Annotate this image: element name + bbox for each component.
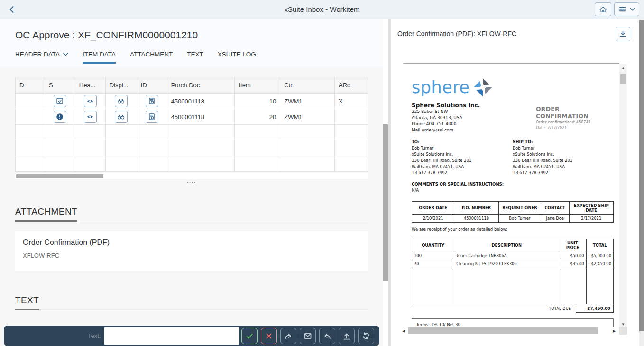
cell-header [75,109,105,125]
forward-arrow-icon [284,332,293,340]
eye-icon [86,97,94,105]
chevron-down-icon [63,53,68,56]
column-header-purchdoc[interactable]: Purch.Doc. [167,77,235,94]
tab-label: HEADER DATA [15,51,60,58]
table-header-row: D S Hea... Displ... ID Purch.Doc. Item C… [16,77,368,94]
workitem-panel: OC Approve : XF_CONFIRM0000001210 HEADER… [0,19,389,346]
cell-d [16,109,45,125]
column-header-arq[interactable]: ARq [335,77,368,94]
tab-xsuite-log[interactable]: XSUITE LOG [218,51,256,64]
cell-arq [335,109,368,125]
download-button[interactable] [616,27,630,41]
text-input[interactable] [104,327,239,345]
header-display-button[interactable] [84,111,97,123]
column-header-hea[interactable]: Hea... [75,77,105,94]
tab-header-data[interactable]: HEADER DATA [15,51,68,64]
attachment-subtitle: XFLOW-RFC [23,252,360,259]
decision-buttons [241,328,374,344]
tab-bar: HEADER DATA ITEM DATA ATTACHMENT TEXT XS… [15,51,389,64]
download-icon [619,30,627,38]
page-scrollbar-thumb[interactable] [639,20,644,331]
cell-ctr: ZWM1 [280,94,335,109]
pdf-document: sphere ORDER CONFIRMATION Order confirma… [403,64,619,327]
undo-arrow-icon [323,332,331,340]
ship-to-block: SHIP TO: Bob Turner xSuite Solutions Inc… [513,139,614,176]
table-resize-handle[interactable]: .... [15,178,368,184]
workitem-header: OC Approve : XF_CONFIRM0000001210 HEADER… [0,19,389,68]
binoculars-icon [117,97,125,105]
pdf-viewer-title: Order Confirmation (PDF): XFLOW-RFC [397,30,516,37]
cell-d [16,94,45,109]
tab-label: XSUITE LOG [218,51,256,58]
checkbox-checked-icon [56,97,64,105]
comments-block: COMMENTS OR SPECIAL INSTRUCTIONS: N/A [412,181,614,195]
text-section-header: TEXT [15,295,368,310]
pdf-vertical-scrollbar: ▲ ▼ [619,64,627,328]
total-due-label: TOTAL DUE [549,307,571,311]
column-header-item[interactable]: Item [235,77,280,94]
column-header-id[interactable]: ID [137,77,167,94]
line-items-table: QUANTITY DESCRIPTION UNIT PRICE TOTAL 10… [412,239,614,304]
column-header-displ[interactable]: Displ... [105,77,137,94]
refresh-button[interactable] [358,328,374,344]
tab-item-data[interactable]: ITEM DATA [83,51,116,64]
cell-purch-doc: 4500001118 [167,109,235,125]
column-header-d[interactable]: D [16,77,45,94]
status-checked-button[interactable] [54,95,66,107]
vendor-logo: sphere [412,77,614,98]
reject-button[interactable] [261,328,277,344]
cell-display [105,94,137,109]
scroll-up-arrow[interactable]: ▲ [619,64,627,72]
pdf-vscrollbar-thumb[interactable] [620,74,626,84]
scroll-right-arrow[interactable]: ▶ [611,327,617,335]
undo-button[interactable] [319,328,335,344]
pdf-hscrollbar-thumb[interactable] [408,327,598,334]
chevron-down-icon [630,8,635,11]
bill-to-block: TO: Bob Turner xSuite Solutions Inc. 330… [412,139,513,176]
scrollbar-corner [619,327,627,335]
left-panel-scrollbar [383,19,388,346]
total-due-value: $7,450.00 [576,304,614,313]
home-button[interactable] [595,2,611,16]
order-confirmation-header: ORDER CONFIRMATION Order confirmation# 4… [536,105,607,131]
table-scrollbar-thumb[interactable] [16,174,103,178]
page-scrollbar [639,19,644,346]
tab-text[interactable]: TEXT [187,51,203,64]
pinwheel-logo-icon [472,77,493,98]
status-alert-button[interactable] [54,111,66,123]
checkmark-icon [245,332,254,340]
tab-label: TEXT [187,51,203,58]
scroll-left-arrow[interactable]: ◀ [400,327,407,335]
cell-item: 20 [235,109,280,125]
display-document-button[interactable] [115,95,128,107]
display-document-button[interactable] [115,111,128,123]
receipt-note: We are receipt of your order as detailed… [412,227,614,232]
attachment-section-header: ATTACHMENT [15,206,368,221]
decision-toolbar: Text: [4,326,379,346]
document-search-icon [148,113,156,121]
forward-button[interactable] [280,328,296,344]
table-row: 4500001118 20 ZWM1 [16,109,368,125]
top-bar: xSuite Inbox • Workitem [0,0,644,19]
comments-value: N/A [412,187,614,194]
upload-button[interactable] [339,328,355,344]
upload-arrow-icon [342,332,351,340]
doc-title: ORDER CONFIRMATION [536,105,607,120]
column-header-s[interactable]: S [45,77,75,94]
attachment-list-item[interactable]: Order Confirmation (PDF) XFLOW-RFC [15,231,368,271]
line-item-row-empty [412,268,614,304]
document-search-button[interactable] [146,95,158,107]
comments-label: COMMENTS OR SPECIAL INSTRUCTIONS: [412,181,614,188]
envelope-icon [304,332,312,340]
attachment-title: Order Confirmation (PDF) [23,238,360,247]
document-search-button[interactable] [146,111,158,123]
order-info-table: ORDER DATE P.O. NUMBER REQUISITIONER CON… [412,201,614,223]
header-display-button[interactable] [84,95,97,107]
left-panel-scrollbar-thumb[interactable] [383,124,388,281]
menu-button[interactable] [614,2,639,16]
approve-button[interactable] [241,328,258,344]
column-header-ctr[interactable]: Ctr. [280,77,335,94]
tab-attachment[interactable]: ATTACHMENT [130,51,173,64]
mail-button[interactable] [300,328,316,344]
item-table: D S Hea... Displ... ID Purch.Doc. Item C… [15,77,368,172]
